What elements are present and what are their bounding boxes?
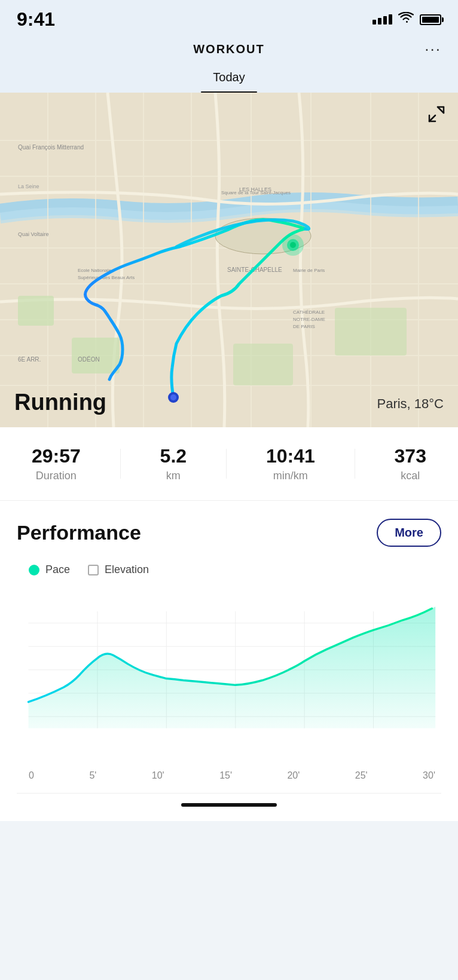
performance-title: Performance [17, 521, 141, 544]
stat-divider-2 [226, 449, 227, 479]
map-container: Quai François Mitterrand La Seine LES HA… [0, 93, 458, 427]
elevation-legend-label: Elevation [105, 564, 149, 576]
pace-chart [17, 588, 441, 763]
stat-pace-value: 10:41 [266, 445, 315, 467]
stat-pace-label: min/km [273, 470, 308, 482]
map-activity-label: Running [14, 390, 106, 415]
tab-bar: Today [0, 66, 458, 93]
stat-duration-label: Duration [36, 470, 77, 482]
legend-pace: Pace [29, 564, 70, 576]
svg-rect-16 [18, 296, 54, 326]
x-label-10: 10' [152, 770, 164, 781]
x-label-20: 20' [287, 770, 300, 781]
svg-point-37 [290, 242, 296, 248]
chart-container: 0 5' 10' 15' 20' 25' 30' [17, 588, 441, 793]
status-bar: 9:41 [0, 0, 458, 35]
tab-today[interactable]: Today [201, 66, 257, 93]
chart-x-labels: 0 5' 10' 15' 20' 25' 30' [17, 765, 441, 793]
map-expand-button[interactable] [425, 102, 448, 126]
header-title: WORKOUT [193, 42, 265, 56]
chart-legend: Pace Elevation [17, 564, 441, 576]
stat-duration-value: 29:57 [32, 445, 81, 467]
svg-text:Quai François Mitterrand: Quai François Mitterrand [18, 144, 84, 151]
map-location: Paris, 18°C [377, 396, 444, 412]
stat-distance-value: 5.2 [160, 445, 187, 467]
x-label-15: 15' [219, 770, 232, 781]
pace-legend-label: Pace [45, 564, 70, 576]
legend-elevation: Elevation [88, 564, 149, 576]
stat-duration: 29:57 Duration [32, 445, 81, 482]
home-indicator [181, 803, 277, 807]
svg-text:CATHÉDRALE: CATHÉDRALE [293, 310, 325, 315]
signal-icon [372, 14, 392, 24]
status-icons [372, 12, 441, 27]
svg-point-39 [170, 394, 176, 400]
pace-legend-dot [29, 565, 39, 575]
stat-divider-3 [355, 449, 355, 479]
stat-distance-label: km [166, 470, 181, 482]
svg-line-44 [438, 107, 444, 113]
stat-calories-label: kcal [401, 470, 420, 482]
stat-calories: 373 kcal [395, 445, 426, 482]
elevation-legend-square [88, 565, 99, 575]
stat-calories-value: 373 [395, 445, 426, 467]
svg-text:6E ARR.: 6E ARR. [18, 356, 41, 363]
svg-text:Mairie de Paris: Mairie de Paris [293, 268, 325, 273]
stat-divider-1 [120, 449, 121, 479]
header: WORKOUT ··· [0, 35, 458, 66]
x-label-0: 0 [29, 770, 34, 781]
svg-rect-19 [335, 308, 407, 356]
stat-distance: 5.2 km [160, 445, 187, 482]
svg-text:Quai Voltaire: Quai Voltaire [18, 231, 49, 237]
activity-type: Running [14, 390, 106, 415]
svg-text:ODÉON: ODÉON [78, 356, 100, 363]
svg-rect-18 [233, 344, 293, 385]
performance-section: Performance More Pace Elevation [0, 501, 458, 794]
svg-text:La Seine: La Seine [18, 183, 39, 189]
x-label-25: 25' [355, 770, 368, 781]
svg-text:DE PARIS: DE PARIS [293, 324, 315, 329]
stats-row: 29:57 Duration 5.2 km 10:41 min/km 373 k… [0, 427, 458, 501]
more-menu-button[interactable]: ··· [425, 40, 441, 59]
stat-pace: 10:41 min/km [266, 445, 315, 482]
map-svg: Quai François Mitterrand La Seine LES HA… [0, 93, 458, 427]
wifi-icon [398, 12, 414, 27]
svg-text:Square de la Tour Saint-Jacque: Square de la Tour Saint-Jacques [221, 190, 291, 195]
svg-rect-17 [72, 338, 120, 373]
performance-header: Performance More [17, 519, 441, 547]
bottom-bar [0, 794, 458, 821]
svg-text:NOTRE-DAME: NOTRE-DAME [293, 317, 325, 322]
battery-icon [420, 14, 441, 25]
svg-rect-0 [0, 93, 458, 427]
x-label-5: 5' [89, 770, 96, 781]
status-time: 9:41 [17, 8, 55, 30]
svg-text:Ecole Nationale: Ecole Nationale [78, 268, 112, 273]
more-button[interactable]: More [377, 519, 441, 547]
svg-line-45 [429, 115, 435, 121]
x-label-30: 30' [423, 770, 435, 781]
